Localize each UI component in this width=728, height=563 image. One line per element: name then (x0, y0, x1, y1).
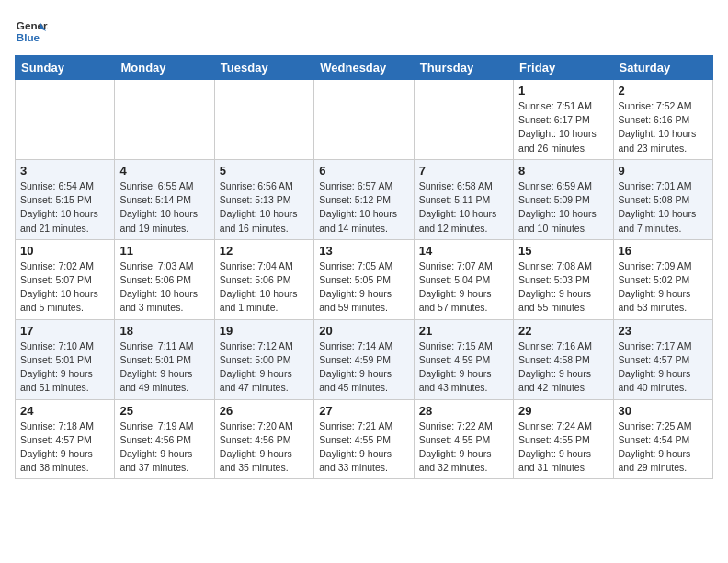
calendar-cell: 23Sunrise: 7:17 AM Sunset: 4:57 PM Dayli… (613, 319, 712, 399)
calendar-header: SundayMondayTuesdayWednesdayThursdayFrid… (16, 56, 713, 80)
day-info: Sunrise: 7:22 AM Sunset: 4:55 PM Dayligh… (419, 419, 508, 476)
day-number: 29 (518, 404, 608, 418)
calendar-cell: 29Sunrise: 7:24 AM Sunset: 4:55 PM Dayli… (514, 399, 613, 479)
day-info: Sunrise: 7:17 AM Sunset: 4:57 PM Dayligh… (619, 339, 708, 396)
header-day: Sunday (16, 56, 115, 80)
day-info: Sunrise: 7:14 AM Sunset: 4:59 PM Dayligh… (319, 339, 408, 396)
day-number: 5 (220, 164, 309, 178)
calendar-week: 10Sunrise: 7:02 AM Sunset: 5:07 PM Dayli… (16, 239, 713, 319)
day-info: Sunrise: 7:11 AM Sunset: 5:01 PM Dayligh… (119, 339, 209, 396)
day-number: 10 (20, 244, 109, 258)
header: General Blue (15, 15, 713, 48)
day-number: 2 (619, 84, 708, 98)
calendar-cell: 16Sunrise: 7:09 AM Sunset: 5:02 PM Dayli… (613, 239, 712, 319)
calendar-cell (115, 80, 214, 160)
day-number: 19 (220, 324, 309, 338)
calendar-cell (414, 80, 513, 160)
day-number: 4 (119, 164, 209, 178)
calendar-week: 17Sunrise: 7:10 AM Sunset: 5:01 PM Dayli… (16, 319, 713, 399)
calendar-cell: 25Sunrise: 7:19 AM Sunset: 4:56 PM Dayli… (115, 399, 214, 479)
calendar-cell: 3Sunrise: 6:54 AM Sunset: 5:15 PM Daylig… (16, 159, 115, 239)
day-info: Sunrise: 7:03 AM Sunset: 5:06 PM Dayligh… (119, 259, 209, 316)
day-info: Sunrise: 7:12 AM Sunset: 5:00 PM Dayligh… (220, 339, 309, 396)
day-info: Sunrise: 6:59 AM Sunset: 5:09 PM Dayligh… (518, 179, 608, 236)
day-info: Sunrise: 6:54 AM Sunset: 5:15 PM Dayligh… (20, 179, 109, 236)
day-info: Sunrise: 7:09 AM Sunset: 5:02 PM Dayligh… (619, 259, 708, 316)
day-number: 6 (319, 164, 408, 178)
calendar-cell: 1Sunrise: 7:51 AM Sunset: 6:17 PM Daylig… (514, 80, 613, 160)
calendar-cell: 22Sunrise: 7:16 AM Sunset: 4:58 PM Dayli… (514, 319, 613, 399)
header-row: SundayMondayTuesdayWednesdayThursdayFrid… (16, 56, 713, 80)
calendar-cell: 6Sunrise: 6:57 AM Sunset: 5:12 PM Daylig… (314, 159, 414, 239)
day-info: Sunrise: 7:51 AM Sunset: 6:17 PM Dayligh… (518, 99, 608, 155)
calendar-cell: 18Sunrise: 7:11 AM Sunset: 5:01 PM Dayli… (115, 319, 214, 399)
calendar-cell: 13Sunrise: 7:05 AM Sunset: 5:05 PM Dayli… (314, 239, 414, 319)
calendar-cell: 11Sunrise: 7:03 AM Sunset: 5:06 PM Dayli… (115, 239, 214, 319)
header-day: Wednesday (314, 56, 414, 80)
calendar-cell: 27Sunrise: 7:21 AM Sunset: 4:55 PM Dayli… (314, 399, 414, 479)
calendar-cell: 30Sunrise: 7:25 AM Sunset: 4:54 PM Dayli… (613, 399, 712, 479)
day-number: 1 (518, 84, 608, 98)
header-day: Saturday (613, 56, 712, 80)
svg-text:Blue: Blue (17, 31, 40, 43)
day-info: Sunrise: 6:56 AM Sunset: 5:13 PM Dayligh… (220, 179, 309, 236)
day-number: 21 (419, 324, 508, 338)
day-info: Sunrise: 6:57 AM Sunset: 5:12 PM Dayligh… (319, 179, 408, 236)
day-number: 8 (518, 164, 608, 178)
calendar-cell: 5Sunrise: 6:56 AM Sunset: 5:13 PM Daylig… (214, 159, 313, 239)
day-info: Sunrise: 7:20 AM Sunset: 4:56 PM Dayligh… (220, 419, 309, 476)
calendar-cell (16, 80, 115, 160)
calendar-cell: 10Sunrise: 7:02 AM Sunset: 5:07 PM Dayli… (16, 239, 115, 319)
header-day: Monday (115, 56, 214, 80)
day-number: 16 (619, 244, 708, 258)
day-info: Sunrise: 7:02 AM Sunset: 5:07 PM Dayligh… (20, 259, 109, 316)
day-info: Sunrise: 6:55 AM Sunset: 5:14 PM Dayligh… (119, 179, 209, 236)
day-number: 24 (20, 404, 109, 418)
day-number: 15 (518, 244, 608, 258)
day-info: Sunrise: 6:58 AM Sunset: 5:11 PM Dayligh… (419, 179, 508, 236)
calendar-cell: 26Sunrise: 7:20 AM Sunset: 4:56 PM Dayli… (214, 399, 313, 479)
calendar-week: 3Sunrise: 6:54 AM Sunset: 5:15 PM Daylig… (16, 159, 713, 239)
day-info: Sunrise: 7:52 AM Sunset: 6:16 PM Dayligh… (619, 99, 708, 155)
calendar-cell: 21Sunrise: 7:15 AM Sunset: 4:59 PM Dayli… (414, 319, 513, 399)
day-info: Sunrise: 7:24 AM Sunset: 4:55 PM Dayligh… (518, 419, 608, 476)
calendar-cell: 8Sunrise: 6:59 AM Sunset: 5:09 PM Daylig… (514, 159, 613, 239)
calendar-week: 1Sunrise: 7:51 AM Sunset: 6:17 PM Daylig… (16, 80, 713, 160)
calendar-cell (314, 80, 414, 160)
calendar-cell: 9Sunrise: 7:01 AM Sunset: 5:08 PM Daylig… (613, 159, 712, 239)
header-day: Thursday (414, 56, 513, 80)
day-number: 13 (319, 244, 408, 258)
day-number: 26 (220, 404, 309, 418)
calendar-cell: 24Sunrise: 7:18 AM Sunset: 4:57 PM Dayli… (16, 399, 115, 479)
calendar-cell (214, 80, 313, 160)
day-number: 23 (619, 324, 708, 338)
calendar-cell: 7Sunrise: 6:58 AM Sunset: 5:11 PM Daylig… (414, 159, 513, 239)
day-number: 30 (619, 404, 708, 418)
day-number: 25 (119, 404, 209, 418)
day-info: Sunrise: 7:19 AM Sunset: 4:56 PM Dayligh… (119, 419, 209, 476)
day-info: Sunrise: 7:15 AM Sunset: 4:59 PM Dayligh… (419, 339, 508, 396)
day-number: 28 (419, 404, 508, 418)
day-number: 9 (619, 164, 708, 178)
day-info: Sunrise: 7:16 AM Sunset: 4:58 PM Dayligh… (518, 339, 608, 396)
day-number: 12 (220, 244, 309, 258)
calendar-cell: 14Sunrise: 7:07 AM Sunset: 5:04 PM Dayli… (414, 239, 513, 319)
day-number: 7 (419, 164, 508, 178)
calendar-cell: 17Sunrise: 7:10 AM Sunset: 5:01 PM Dayli… (16, 319, 115, 399)
logo: General Blue (15, 15, 48, 48)
calendar-body: 1Sunrise: 7:51 AM Sunset: 6:17 PM Daylig… (16, 80, 713, 479)
day-info: Sunrise: 7:10 AM Sunset: 5:01 PM Dayligh… (20, 339, 109, 396)
day-number: 11 (119, 244, 209, 258)
day-number: 14 (419, 244, 508, 258)
day-info: Sunrise: 7:07 AM Sunset: 5:04 PM Dayligh… (419, 259, 508, 316)
day-number: 18 (119, 324, 209, 338)
calendar-cell: 15Sunrise: 7:08 AM Sunset: 5:03 PM Dayli… (514, 239, 613, 319)
day-info: Sunrise: 7:08 AM Sunset: 5:03 PM Dayligh… (518, 259, 608, 316)
day-number: 22 (518, 324, 608, 338)
calendar-cell: 4Sunrise: 6:55 AM Sunset: 5:14 PM Daylig… (115, 159, 214, 239)
day-info: Sunrise: 7:05 AM Sunset: 5:05 PM Dayligh… (319, 259, 408, 316)
calendar-week: 24Sunrise: 7:18 AM Sunset: 4:57 PM Dayli… (16, 399, 713, 479)
day-number: 17 (20, 324, 109, 338)
day-info: Sunrise: 7:01 AM Sunset: 5:08 PM Dayligh… (619, 179, 708, 236)
day-number: 20 (319, 324, 408, 338)
